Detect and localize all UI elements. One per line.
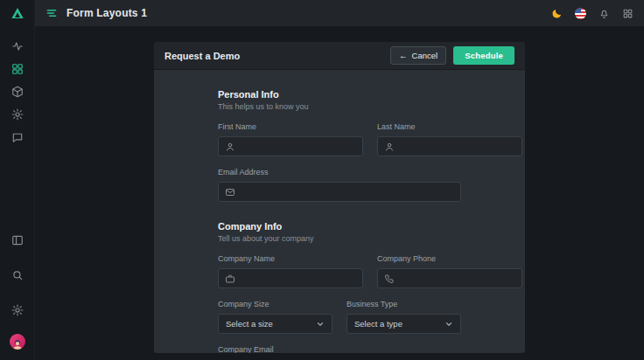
last-name-input[interactable] — [400, 142, 515, 151]
business-type-value: Select a type — [354, 319, 402, 329]
company-phone-field — [377, 268, 522, 288]
envelope-icon — [225, 187, 235, 197]
first-name-input[interactable] — [241, 142, 356, 151]
arrow-left-icon: ← — [399, 52, 408, 60]
section-title: Company Info — [218, 221, 461, 232]
request-demo-card: Request a Demo ← Cancel Schedule Persona… — [154, 42, 525, 353]
sidebar-item-settings[interactable] — [6, 103, 29, 126]
business-type-group: Business Type Select a type — [346, 288, 461, 334]
first-name-field — [218, 136, 363, 156]
layout-icon — [11, 234, 24, 246]
email-address-input[interactable] — [241, 187, 454, 197]
theme-toggle-button[interactable] — [551, 8, 563, 19]
sidebar-item-preferences[interactable] — [6, 299, 29, 322]
page-title: Form Layouts 1 — [66, 7, 147, 19]
menu-toggle-button[interactable] — [46, 7, 58, 19]
sidebar — [0, 0, 35, 360]
chat-icon — [11, 131, 24, 143]
sidebar-nav — [6, 35, 29, 149]
business-type-select[interactable]: Select a type — [346, 314, 461, 334]
chevron-down-icon — [316, 320, 325, 329]
company-size-select[interactable]: Select a size — [218, 314, 332, 334]
moon-icon — [551, 8, 563, 19]
company-row-1: Company Name Company Phone — [218, 243, 461, 288]
gear-icon — [11, 108, 24, 121]
content-area: Request a Demo ← Cancel Schedule Persona… — [35, 26, 644, 360]
app-logo[interactable] — [0, 0, 34, 26]
card-header: Request a Demo ← Cancel Schedule — [154, 42, 525, 70]
sidebar-item-messages[interactable] — [6, 126, 29, 149]
sidebar-item-components[interactable] — [6, 80, 29, 103]
header-left: Form Layouts 1 — [46, 7, 147, 19]
last-name-group: Last Name — [377, 111, 522, 156]
sidebar-bottom — [6, 229, 29, 360]
grid-icon — [11, 63, 24, 75]
company-phone-label: Company Phone — [377, 254, 522, 263]
person-icon — [384, 142, 395, 152]
demo-form: Personal Info This helps us to know you … — [218, 70, 461, 353]
us-flag-icon — [575, 8, 586, 19]
app-grid-icon — [622, 8, 634, 19]
card-actions: ← Cancel Schedule — [390, 46, 514, 66]
last-name-field — [377, 136, 522, 156]
user-avatar[interactable] — [10, 334, 25, 350]
card-title: Request a Demo — [164, 51, 240, 61]
notifications-button[interactable] — [598, 8, 610, 19]
hamburger-icon — [46, 7, 58, 19]
first-name-group: First Name — [218, 111, 363, 156]
last-name-label: Last Name — [377, 122, 522, 131]
avatar-person-icon — [11, 339, 24, 350]
phone-icon — [384, 273, 395, 284]
settings-icon — [11, 304, 24, 316]
company-info-section: Company Info Tell us about your company … — [218, 221, 461, 353]
person-icon — [225, 142, 235, 152]
schedule-button[interactable]: Schedule — [453, 46, 514, 66]
company-email-label: Company Email — [218, 345, 461, 353]
sidebar-item-layouts[interactable] — [6, 58, 29, 80]
section-subtitle: This helps us to know you — [218, 102, 461, 111]
company-name-label: Company Name — [218, 254, 363, 263]
apps-menu-button[interactable] — [622, 8, 634, 19]
personal-info-section: Personal Info This helps us to know you … — [218, 89, 461, 202]
company-phone-group: Company Phone — [377, 243, 522, 288]
briefcase-icon — [225, 273, 235, 284]
company-name-group: Company Name — [218, 243, 363, 288]
company-phone-input[interactable] — [400, 273, 515, 283]
cancel-button[interactable]: ← Cancel — [390, 46, 446, 66]
cube-icon — [11, 86, 24, 98]
sidebar-item-search[interactable] — [6, 264, 29, 287]
first-name-label: First Name — [218, 122, 363, 131]
section-subtitle: Tell us about your company — [218, 234, 461, 243]
card-body: Personal Info This helps us to know you … — [154, 70, 525, 353]
language-selector-button[interactable] — [575, 8, 586, 19]
sidebar-item-layout-toggle[interactable] — [6, 229, 29, 252]
company-size-value: Select a size — [226, 319, 273, 329]
activity-icon — [11, 40, 24, 52]
header-right — [551, 8, 634, 19]
section-title: Personal Info — [218, 89, 461, 100]
search-icon — [11, 269, 24, 281]
app-root: Form Layouts 1 Request a — [0, 0, 644, 360]
cancel-button-label: Cancel — [412, 52, 438, 60]
business-type-label: Business Type — [346, 300, 461, 308]
bell-icon — [598, 8, 610, 19]
sidebar-item-activity[interactable] — [6, 35, 29, 58]
company-size-group: Company Size Select a size — [218, 288, 332, 334]
company-name-input[interactable] — [241, 273, 356, 283]
email-address-field — [218, 182, 461, 202]
name-row: First Name Last Name — [218, 111, 461, 156]
top-header: Form Layouts 1 — [35, 0, 644, 26]
triangle-logo-icon — [10, 6, 24, 20]
email-address-label: Email Address — [218, 168, 461, 177]
chevron-down-icon — [444, 320, 453, 329]
company-name-field — [218, 268, 363, 288]
company-size-label: Company Size — [218, 300, 332, 308]
company-row-2: Company Size Select a size Business Type — [218, 288, 461, 334]
main-area: Form Layouts 1 Request a — [35, 0, 644, 360]
